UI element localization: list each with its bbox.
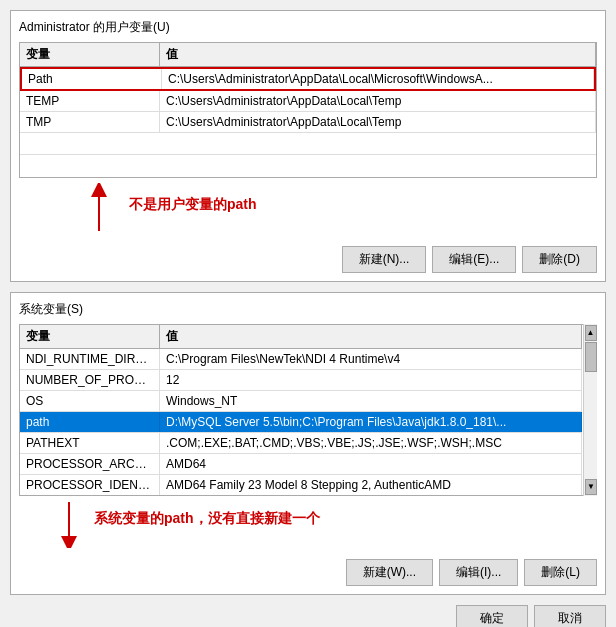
scroll-thumb[interactable] (585, 342, 597, 372)
user-table-header: 变量 值 (20, 43, 596, 67)
sys-annotation: 系统变量的path，没有直接新建一个 (94, 510, 320, 528)
bottom-buttons: 确定 取消 (10, 605, 606, 627)
user-delete-button[interactable]: 删除(D) (522, 246, 597, 273)
ok-button[interactable]: 确定 (456, 605, 528, 627)
row-val: AMD64 Family 23 Model 8 Stepping 2, Auth… (160, 475, 582, 495)
sys-edit-button[interactable]: 编辑(I)... (439, 559, 518, 586)
sys-buttons: 新建(W)... 编辑(I)... 删除(L) (19, 559, 597, 586)
row-var: TMP (20, 112, 160, 132)
scroll-down-button[interactable]: ▼ (585, 479, 597, 495)
row-val: C:\Users\Administrator\AppData\Local\Tem… (160, 112, 596, 132)
table-row[interactable]: TMP C:\Users\Administrator\AppData\Local… (20, 112, 596, 133)
row-var: NDI_RUNTIME_DIR_V4 (20, 349, 160, 369)
user-header-var: 变量 (20, 43, 160, 66)
arrow-down-icon (49, 498, 89, 548)
sys-new-button[interactable]: 新建(W)... (346, 559, 433, 586)
table-row[interactable]: NUMBER_OF_PROCESSORS 12 (20, 370, 582, 391)
table-row-empty (20, 155, 596, 177)
sys-table-wrapper: 变量 值 NDI_RUNTIME_DIR_V4 C:\Program Files… (19, 324, 597, 496)
row-val: D:\MySQL Server 5.5\bin;C:\Program Files… (160, 412, 582, 432)
sys-header-var: 变量 (20, 325, 160, 348)
row-val: C:\Users\Administrator\AppData\Local\Tem… (160, 91, 596, 111)
row-var: NUMBER_OF_PROCESSORS (20, 370, 160, 390)
sys-table-header: 变量 值 (20, 325, 582, 349)
row-var: PATHEXT (20, 433, 160, 453)
user-buttons: 新建(N)... 编辑(E)... 删除(D) (19, 246, 597, 273)
scrollbar[interactable]: ▲ ▼ (583, 324, 597, 496)
row-var: TEMP (20, 91, 160, 111)
row-var: path (20, 412, 160, 432)
row-var: OS (20, 391, 160, 411)
user-new-button[interactable]: 新建(N)... (342, 246, 427, 273)
arrow-up-icon (69, 183, 129, 233)
sys-variables-section: 系统变量(S) 变量 值 NDI_RUNTIME_DIR_V4 C:\Progr… (10, 292, 606, 595)
table-row-empty (20, 133, 596, 155)
user-annotation: 不是用户变量的path (129, 196, 257, 214)
user-variables-table: 变量 值 Path C:\Users\Administrator\AppData… (19, 42, 597, 178)
user-section-title: Administrator 的用户变量(U) (19, 19, 597, 36)
table-row[interactable]: Path C:\Users\Administrator\AppData\Loca… (20, 67, 596, 91)
row-val: C:\Program Files\NewTek\NDI 4 Runtime\v4 (160, 349, 582, 369)
user-header-val: 值 (160, 43, 596, 66)
table-row[interactable]: PROCESSOR_IDENTIFIER AMD64 Family 23 Mod… (20, 475, 582, 495)
user-edit-button[interactable]: 编辑(E)... (432, 246, 516, 273)
scroll-up-button[interactable]: ▲ (585, 325, 597, 341)
row-var: Path (22, 69, 162, 89)
table-row[interactable]: NDI_RUNTIME_DIR_V4 C:\Program Files\NewT… (20, 349, 582, 370)
row-val: Windows_NT (160, 391, 582, 411)
row-val: AMD64 (160, 454, 582, 474)
table-row[interactable]: PROCESSOR_ARCHITECT... AMD64 (20, 454, 582, 475)
user-variables-section: Administrator 的用户变量(U) 变量 值 Path C:\User… (10, 10, 606, 282)
row-val: C:\Users\Administrator\AppData\Local\Mic… (162, 69, 594, 89)
table-row[interactable]: PATHEXT .COM;.EXE;.BAT;.CMD;.VBS;.VBE;.J… (20, 433, 582, 454)
table-row[interactable]: TEMP C:\Users\Administrator\AppData\Loca… (20, 91, 596, 112)
sys-variables-table: 变量 值 NDI_RUNTIME_DIR_V4 C:\Program Files… (19, 324, 597, 496)
table-row[interactable]: OS Windows_NT (20, 391, 582, 412)
row-var: PROCESSOR_IDENTIFIER (20, 475, 160, 495)
row-val: 12 (160, 370, 582, 390)
row-val: .COM;.EXE;.BAT;.CMD;.VBS;.VBE;.JS;.JSE;.… (160, 433, 582, 453)
sys-section-title: 系统变量(S) (19, 301, 597, 318)
cancel-button[interactable]: 取消 (534, 605, 606, 627)
sys-header-val: 值 (160, 325, 582, 348)
row-var: PROCESSOR_ARCHITECT... (20, 454, 160, 474)
sys-delete-button[interactable]: 删除(L) (524, 559, 597, 586)
table-row[interactable]: path D:\MySQL Server 5.5\bin;C:\Program … (20, 412, 582, 433)
